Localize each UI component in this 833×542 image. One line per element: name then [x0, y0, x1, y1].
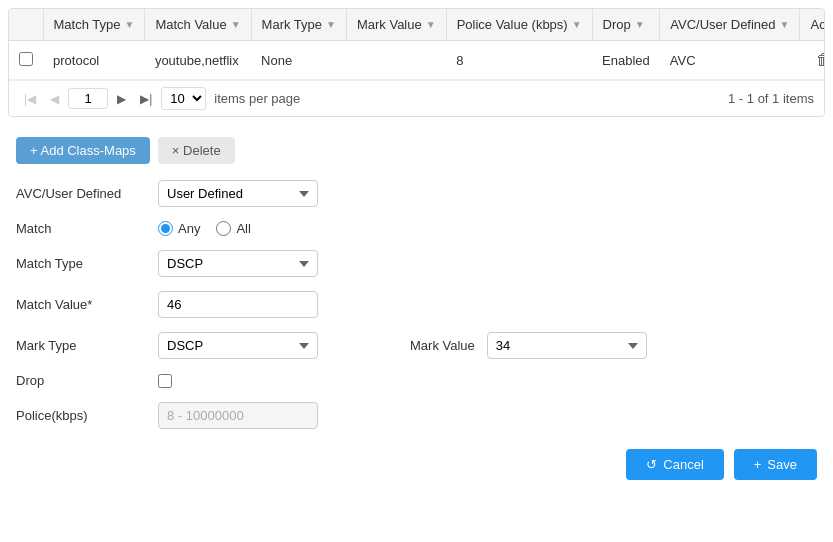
match-radio-group: Any All: [158, 221, 251, 236]
match-type-select[interactable]: DSCP Protocol ACL: [158, 250, 318, 277]
row-checkbox-cell: [9, 41, 43, 80]
col-mark-type: Mark Type ▼: [251, 9, 346, 41]
match-value-row: Match Value*: [16, 291, 817, 318]
save-icon: +: [754, 457, 762, 472]
mark-value-select[interactable]: 34 0 1: [487, 332, 647, 359]
sort-icon-avc[interactable]: ▼: [780, 19, 790, 30]
col-match-type: Match Type ▼: [43, 9, 145, 41]
prev-page-button[interactable]: ◀: [45, 89, 64, 109]
page-info-label: 1 - 1 of 1 items: [728, 91, 814, 106]
sort-icon-match-type[interactable]: ▼: [124, 19, 134, 30]
police-row: Police(kbps): [16, 402, 817, 429]
drop-checkbox[interactable]: [158, 374, 172, 388]
page-number-input[interactable]: [68, 88, 108, 109]
match-value-input[interactable]: [158, 291, 318, 318]
col-actions: Actions ▼: [800, 9, 825, 41]
cell-avc-user-defined: AVC: [660, 41, 800, 80]
sort-icon-mark-value[interactable]: ▼: [426, 19, 436, 30]
delete-row-button[interactable]: 🗑: [810, 49, 825, 71]
action-buttons-row: + Add Class-Maps × Delete: [16, 137, 817, 164]
next-page-button[interactable]: ▶: [112, 89, 131, 109]
col-match-value: Match Value ▼: [145, 9, 251, 41]
cell-drop: Enabled: [592, 41, 660, 80]
drop-label: Drop: [16, 373, 146, 388]
last-page-button[interactable]: ▶|: [135, 89, 157, 109]
cell-mark-type: None: [251, 41, 346, 80]
match-row: Match Any All: [16, 221, 817, 236]
col-drop: Drop ▼: [592, 9, 660, 41]
drop-row: Drop: [16, 373, 817, 388]
mark-value-label: Mark Value: [410, 338, 475, 353]
match-type-label: Match Type: [16, 256, 146, 271]
cell-actions: 🗑: [800, 41, 825, 80]
first-page-button[interactable]: |◀: [19, 89, 41, 109]
cell-match-type: protocol: [43, 41, 145, 80]
add-class-maps-button[interactable]: + Add Class-Maps: [16, 137, 150, 164]
mark-value-group: Mark Value 34 0 1: [410, 332, 647, 359]
col-checkbox: [9, 9, 43, 41]
table-row: protocol youtube,netflix None 8 Enabled: [9, 41, 825, 80]
class-maps-table: Match Type ▼ Match Value ▼ Mark Type ▼: [9, 9, 825, 80]
police-label: Police(kbps): [16, 408, 146, 423]
class-maps-table-container: Match Type ▼ Match Value ▼ Mark Type ▼: [8, 8, 825, 117]
cell-police-value: 8: [446, 41, 592, 80]
sort-icon-drop[interactable]: ▼: [635, 19, 645, 30]
sort-icon-match-value[interactable]: ▼: [231, 19, 241, 30]
match-any-option[interactable]: Any: [158, 221, 200, 236]
sort-icon-mark-type[interactable]: ▼: [326, 19, 336, 30]
sort-icon-police-value[interactable]: ▼: [572, 19, 582, 30]
mark-type-label: Mark Type: [16, 338, 146, 353]
cell-match-value: youtube,netflix: [145, 41, 251, 80]
cell-mark-value: [346, 41, 446, 80]
match-type-row: Match Type DSCP Protocol ACL: [16, 250, 817, 277]
col-avc-user-defined: AVC/User Defined ▼: [660, 9, 800, 41]
cancel-button[interactable]: ↺ Cancel: [626, 449, 723, 480]
col-police-value: Police Value (kbps) ▼: [446, 9, 592, 41]
save-button[interactable]: + Save: [734, 449, 817, 480]
match-all-radio[interactable]: [216, 221, 231, 236]
avc-field-row: AVC/User Defined User Defined AVC: [16, 180, 817, 207]
match-label: Match: [16, 221, 146, 236]
col-mark-value: Mark Value ▼: [346, 9, 446, 41]
bottom-buttons: ↺ Cancel + Save: [16, 449, 817, 480]
match-value-label: Match Value*: [16, 297, 146, 312]
match-all-option[interactable]: All: [216, 221, 250, 236]
per-page-select[interactable]: 10 25 50: [161, 87, 206, 110]
cancel-icon: ↺: [646, 457, 657, 472]
items-per-page-label: items per page: [214, 91, 300, 106]
form-area: + Add Class-Maps × Delete AVC/User Defin…: [0, 125, 833, 496]
pagination-bar: |◀ ◀ ▶ ▶| 10 25 50 items per page 1 - 1 …: [9, 80, 824, 116]
match-any-radio[interactable]: [158, 221, 173, 236]
police-input[interactable]: [158, 402, 318, 429]
row-checkbox[interactable]: [19, 52, 33, 66]
mark-type-select[interactable]: DSCP None: [158, 332, 318, 359]
avc-label: AVC/User Defined: [16, 186, 146, 201]
avc-select[interactable]: User Defined AVC: [158, 180, 318, 207]
delete-button[interactable]: × Delete: [158, 137, 235, 164]
mark-row: Mark Type DSCP None Mark Value 34 0 1: [16, 332, 817, 359]
